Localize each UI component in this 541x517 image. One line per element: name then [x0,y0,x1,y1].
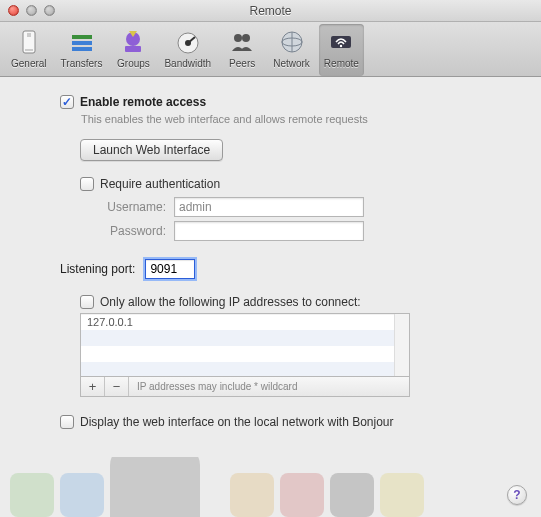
close-window-icon[interactable] [8,5,19,16]
remote-pane: Enable remote access This enables the we… [0,77,541,517]
bonjour-checkbox[interactable] [60,415,74,429]
groups-icon [118,27,148,57]
scrollbar[interactable] [394,314,409,376]
bonjour-row: Display the web interface on the local n… [60,415,513,429]
ip-address-list[interactable]: 127.0.0.1 [80,313,410,377]
password-row: Password: [88,221,513,241]
require-auth-checkbox[interactable] [80,177,94,191]
svg-rect-2 [25,49,33,51]
ip-list-hint: IP addresses may include * wildcard [129,381,409,392]
require-auth-label: Require authentication [100,177,220,191]
remove-ip-button[interactable]: − [105,377,129,396]
transfers-icon [67,27,97,57]
background-watermark [0,457,541,517]
tab-label: Transfers [61,58,103,69]
enable-remote-row: Enable remote access [60,95,513,109]
svg-rect-8 [125,46,141,52]
tab-peers[interactable]: Peers [220,24,264,76]
ip-whitelist-row: Only allow the following IP addresses to… [80,295,513,309]
enable-remote-checkbox[interactable] [60,95,74,109]
svg-point-18 [340,45,342,47]
list-item[interactable]: 127.0.0.1 [81,314,409,330]
preferences-toolbar: General Transfers Groups Bandwidth Peers… [0,22,541,77]
tab-general[interactable]: General [6,24,52,76]
password-label: Password: [88,224,166,238]
require-auth-row: Require authentication [80,177,513,191]
list-item [81,346,409,362]
tab-label: Bandwidth [164,58,211,69]
svg-rect-5 [72,47,92,51]
ip-whitelist-block: 127.0.0.1 + − IP addresses may include *… [80,313,513,397]
ip-whitelist-checkbox[interactable] [80,295,94,309]
bandwidth-icon [173,27,203,57]
enable-remote-label: Enable remote access [80,95,206,109]
tab-groups[interactable]: Groups [111,24,155,76]
tab-bandwidth[interactable]: Bandwidth [159,24,216,76]
tab-label: Network [273,58,310,69]
launch-web-interface-button[interactable]: Launch Web Interface [80,139,223,161]
titlebar: Remote [0,0,541,22]
tab-label: General [11,58,47,69]
minimize-window-icon[interactable] [26,5,37,16]
svg-point-13 [242,34,250,42]
username-field[interactable] [174,197,364,217]
list-item [81,330,409,346]
window-title: Remote [0,4,541,18]
listening-port-label: Listening port: [60,262,135,276]
tab-label: Remote [324,58,359,69]
svg-rect-1 [27,33,31,37]
svg-rect-3 [72,35,92,39]
zoom-window-icon[interactable] [44,5,55,16]
svg-point-12 [234,34,242,42]
bonjour-label: Display the web interface on the local n… [80,415,394,429]
general-icon [14,27,44,57]
help-button[interactable]: ? [507,485,527,505]
tab-label: Peers [229,58,255,69]
username-row: Username: [88,197,513,217]
ip-list-controls: + − IP addresses may include * wildcard [80,377,410,397]
password-field[interactable] [174,221,364,241]
listening-port-field[interactable] [145,259,195,279]
tab-label: Groups [117,58,150,69]
peers-icon [227,27,257,57]
list-item [81,362,409,377]
tab-transfers[interactable]: Transfers [56,24,108,76]
window-controls [0,5,55,16]
remote-icon [326,27,356,57]
add-ip-button[interactable]: + [81,377,105,396]
enable-remote-description: This enables the web interface and allow… [81,113,513,125]
network-icon [277,27,307,57]
tab-remote[interactable]: Remote [319,24,364,76]
listening-port-row: Listening port: [60,259,513,279]
tab-network[interactable]: Network [268,24,315,76]
ip-whitelist-label: Only allow the following IP addresses to… [100,295,361,309]
svg-rect-4 [72,41,92,45]
username-label: Username: [88,200,166,214]
